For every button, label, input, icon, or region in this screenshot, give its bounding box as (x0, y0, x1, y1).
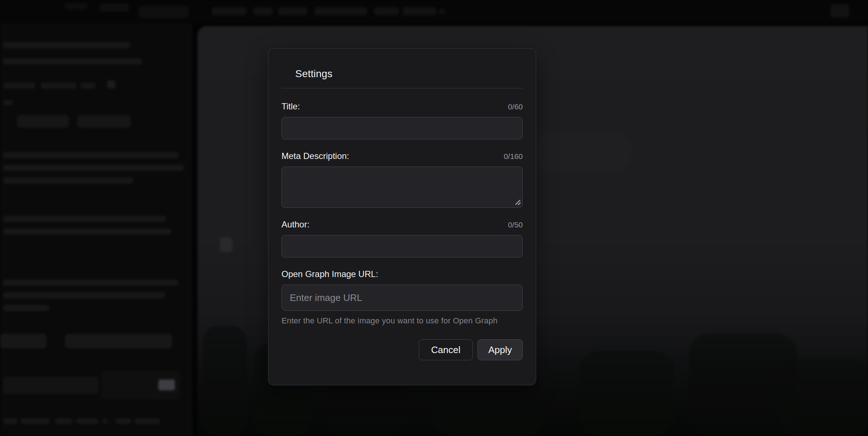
title-char-counter: 0/60 (508, 102, 523, 111)
og-image-helper-text: Enter the URL of the image you want to u… (281, 316, 523, 326)
modal-title: Settings (295, 68, 523, 80)
author-char-counter: 0/50 (508, 221, 523, 229)
blurred-blob (439, 9, 445, 14)
modal-divider (281, 88, 523, 88)
blurred-blob (3, 305, 49, 311)
blurred-blob (3, 83, 36, 89)
blurred-blob (374, 7, 399, 15)
blurred-blob (278, 7, 307, 15)
author-label: Author: (281, 219, 309, 230)
blurred-blob (403, 7, 436, 15)
resize-handle-icon[interactable] (514, 198, 521, 205)
title-label: Title: (281, 101, 300, 112)
blurred-blob (65, 3, 87, 9)
blurred-blob (135, 418, 160, 424)
blurred-blob (139, 6, 189, 18)
blurred-blob (158, 380, 175, 390)
blurred-blob (203, 326, 246, 436)
blurred-blob (3, 152, 179, 158)
blurred-blob (103, 418, 107, 424)
app-root: Settings Title: 0/60 Meta Description: 0… (0, 0, 868, 436)
blurred-blob (254, 7, 272, 15)
blurred-blob (55, 418, 72, 424)
meta-description-field-group: Meta Description: 0/160 (281, 151, 523, 208)
blurred-blob (80, 83, 96, 89)
blurred-blob (3, 280, 179, 286)
blurred-blob (3, 216, 166, 222)
blurred-blob (3, 292, 165, 298)
topbar (0, 0, 868, 23)
blurred-blob (3, 229, 171, 235)
blurred-blob (779, 359, 868, 436)
blurred-blob (3, 177, 133, 184)
blurred-blob (830, 4, 849, 17)
blurred-blob (220, 238, 232, 252)
blurred-blob (20, 418, 50, 424)
blurred-blob (115, 418, 132, 424)
blurred-blob (536, 130, 630, 174)
blurred-blob (3, 100, 13, 105)
blurred-blob (78, 115, 131, 127)
blurred-blob (580, 351, 674, 436)
blurred-blob (76, 418, 99, 424)
blurred-blob (3, 418, 17, 424)
author-input[interactable] (281, 235, 523, 257)
blurred-blob (314, 7, 367, 15)
title-input[interactable] (281, 117, 523, 139)
cancel-button[interactable]: Cancel (419, 339, 473, 360)
meta-description-label: Meta Description: (281, 151, 349, 161)
og-image-url-input[interactable] (281, 285, 523, 311)
sidebar-panel (0, 23, 192, 436)
apply-button[interactable]: Apply (477, 339, 523, 360)
blurred-blob (0, 334, 46, 348)
blurred-blob (41, 83, 77, 89)
title-field-group: Title: 0/60 (281, 101, 523, 139)
og-image-field-group: Open Graph Image URL: Enter the URL of t… (281, 269, 523, 326)
blurred-blob (17, 115, 69, 127)
blurred-blob (3, 42, 130, 48)
blurred-blob (100, 4, 129, 12)
og-image-label: Open Graph Image URL: (281, 269, 378, 279)
meta-description-char-counter: 0/160 (504, 152, 523, 161)
meta-description-textarea[interactable] (281, 167, 523, 208)
blurred-blob (3, 377, 99, 394)
modal-footer: Cancel Apply (281, 339, 523, 360)
blurred-blob (65, 334, 172, 348)
blurred-blob (107, 80, 115, 88)
settings-modal: Settings Title: 0/60 Meta Description: 0… (268, 48, 536, 385)
blurred-blob (3, 58, 142, 64)
blurred-blob (3, 165, 184, 171)
author-field-group: Author: 0/50 (281, 219, 523, 257)
blurred-blob (212, 7, 246, 15)
